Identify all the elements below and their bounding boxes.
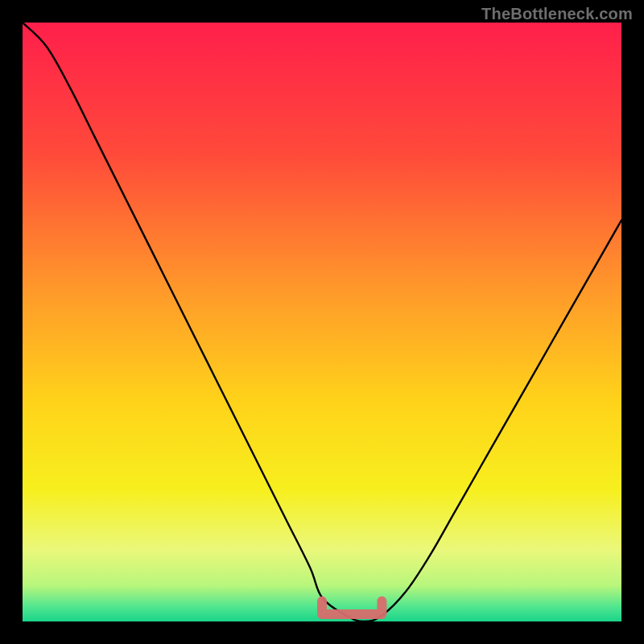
watermark-text: TheBottleneck.com: [481, 5, 633, 23]
chart-svg: [23, 23, 621, 621]
chart-stage: TheBottleneck.com: [0, 0, 644, 644]
gradient-background: [23, 23, 621, 621]
plot-area: [23, 23, 621, 621]
